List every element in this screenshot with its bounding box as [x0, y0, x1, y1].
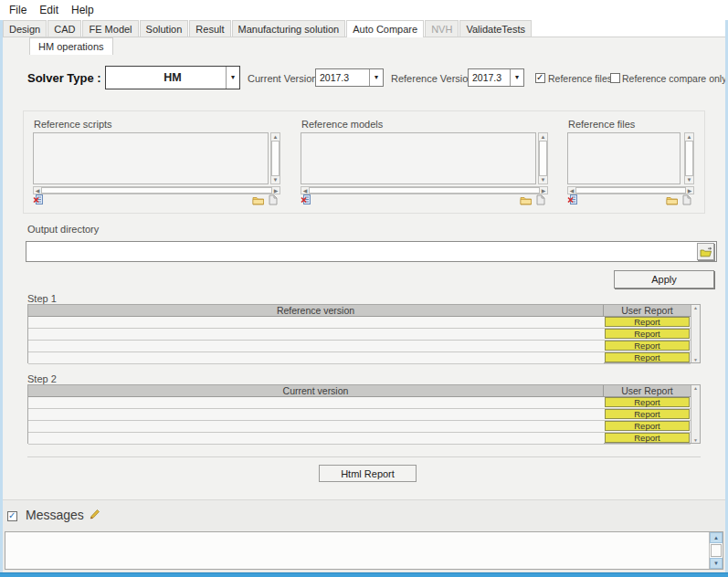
scroll-down-icon[interactable]: ▼	[539, 176, 547, 184]
report-button[interactable]: Report	[605, 317, 690, 327]
scroll-thumb[interactable]	[575, 187, 686, 194]
scroll-up-icon[interactable]: ▲	[691, 305, 700, 310]
tab-nvh[interactable]: NVH	[425, 20, 459, 37]
table-row: Report	[28, 329, 691, 341]
remove-model-icon[interactable]	[301, 194, 311, 205]
step2-report-column-header[interactable]: User Report	[604, 385, 691, 396]
step1-row-cell[interactable]	[28, 341, 604, 352]
remove-file-icon[interactable]	[567, 194, 578, 205]
open-folder-icon[interactable]	[520, 195, 533, 205]
reference-models-vscrollbar[interactable]: ▲ ▼	[538, 132, 548, 184]
step1-table-scrollbar[interactable]: ▲▼	[691, 305, 700, 362]
tab-auto-compare[interactable]: Auto Compare	[346, 20, 424, 37]
step2-row-cell[interactable]	[28, 433, 604, 445]
scroll-thumb[interactable]	[685, 141, 693, 176]
remove-script-icon[interactable]	[33, 194, 44, 205]
menu-file[interactable]: File	[3, 1, 33, 19]
reference-models-hscrollbar[interactable]: ◀ ▶	[301, 186, 548, 194]
scroll-up-icon[interactable]: ▲	[691, 385, 700, 391]
scroll-right-icon[interactable]: ▶	[686, 187, 693, 194]
table-row: Report	[28, 317, 691, 329]
chevron-down-icon[interactable]: ▾	[510, 69, 523, 86]
reference-files-listbox[interactable]	[567, 132, 681, 184]
add-file-icon[interactable]	[269, 194, 278, 205]
add-file-icon[interactable]	[536, 194, 545, 205]
solver-type-dropdown[interactable]: HM ▾	[105, 66, 240, 89]
tab-solution[interactable]: Solution	[140, 20, 189, 37]
output-directory-input[interactable]	[26, 241, 717, 262]
scroll-up-icon[interactable]: ▲	[271, 133, 280, 141]
scroll-down-icon[interactable]: ▼	[691, 437, 700, 443]
scroll-up-icon[interactable]: ▲	[685, 133, 693, 141]
scroll-left-icon[interactable]: ◀	[301, 187, 309, 194]
tab-manufacturing-solution[interactable]: Manufacturing solution	[232, 20, 346, 37]
scroll-down-icon[interactable]: ▼	[271, 176, 280, 184]
scroll-up-icon[interactable]: ▲	[710, 532, 723, 543]
tab-hm-operations[interactable]: HM operations	[29, 37, 113, 55]
chevron-down-icon[interactable]: ▾	[369, 69, 383, 86]
scroll-left-icon[interactable]: ◀	[568, 187, 575, 194]
reference-scripts-hscrollbar[interactable]: ◀ ▶	[33, 186, 280, 194]
scroll-thumb[interactable]	[539, 141, 547, 176]
reference-files-hscrollbar[interactable]: ◀ ▶	[567, 186, 694, 194]
apply-button[interactable]: Apply	[614, 270, 714, 288]
step2-row-cell[interactable]	[28, 397, 604, 409]
step2-table: Current version User Report Report Repor…	[27, 384, 701, 444]
scroll-right-icon[interactable]: ▶	[272, 187, 280, 194]
scroll-thumb[interactable]	[309, 187, 540, 194]
menu-bar: File Edit Help	[0, 0, 728, 20]
tab-design[interactable]: Design	[3, 20, 47, 37]
reference-scripts-listbox[interactable]	[33, 132, 269, 184]
current-version-dropdown[interactable]: 2017.3 ▾	[315, 68, 384, 87]
step2-main-column-header[interactable]: Current version	[28, 385, 604, 396]
report-button[interactable]: Report	[605, 421, 690, 431]
open-folder-icon[interactable]	[666, 195, 679, 205]
tab-result[interactable]: Result	[189, 20, 230, 37]
tab-validatetests[interactable]: ValidateTests	[459, 20, 532, 37]
scroll-down-icon[interactable]: ▼	[710, 558, 723, 569]
step1-row-cell[interactable]	[28, 352, 604, 364]
step1-main-column-header[interactable]: Reference version	[28, 305, 604, 316]
report-button[interactable]: Report	[605, 409, 690, 419]
html-report-button[interactable]: Html Report	[319, 465, 417, 482]
report-button[interactable]: Report	[605, 341, 690, 351]
step2-table-scrollbar[interactable]: ▲▼	[691, 385, 700, 443]
scroll-right-icon[interactable]: ▶	[540, 187, 547, 194]
open-folder-icon[interactable]	[252, 195, 265, 205]
reference-scripts-vscrollbar[interactable]: ▲ ▼	[270, 132, 280, 184]
reference-version-dropdown[interactable]: 2017.3 ▾	[468, 68, 524, 87]
step1-row-cell[interactable]	[28, 329, 604, 341]
messages-scrollbar[interactable]: ▲ ▼	[709, 532, 723, 569]
scroll-left-icon[interactable]: ◀	[34, 187, 41, 194]
report-button[interactable]: Report	[605, 329, 690, 339]
step1-report-column-header[interactable]: User Report	[604, 305, 691, 316]
reference-files-panel-label: Reference files	[568, 119, 635, 130]
add-file-icon[interactable]	[682, 194, 691, 205]
report-button[interactable]: Report	[605, 433, 690, 443]
step2-title: Step 2	[27, 373, 57, 384]
step2-row-cell[interactable]	[28, 409, 604, 421]
scroll-down-icon[interactable]: ▼	[691, 357, 700, 362]
messages-log[interactable]: ▲ ▼	[5, 531, 723, 570]
reference-files-checkbox[interactable]	[535, 73, 545, 83]
scroll-thumb[interactable]	[41, 187, 272, 194]
scroll-thumb[interactable]	[271, 141, 280, 176]
scroll-down-icon[interactable]: ▼	[685, 176, 693, 184]
tab-fe-model[interactable]: FE Model	[82, 20, 138, 37]
reference-models-listbox[interactable]	[301, 132, 536, 184]
step1-row-cell[interactable]	[28, 317, 604, 329]
pencil-icon[interactable]	[88, 508, 100, 520]
report-button[interactable]: Report	[605, 352, 690, 362]
reference-files-vscrollbar[interactable]: ▲ ▼	[684, 132, 694, 184]
menu-edit[interactable]: Edit	[33, 1, 65, 19]
report-button[interactable]: Report	[605, 397, 690, 407]
messages-checkbox[interactable]	[7, 511, 17, 521]
scroll-up-icon[interactable]: ▲	[539, 133, 547, 141]
browse-output-directory-button[interactable]	[697, 243, 714, 260]
chevron-down-icon[interactable]: ▾	[226, 67, 239, 89]
menu-help[interactable]: Help	[65, 1, 100, 19]
tab-cad[interactable]: CAD	[47, 20, 81, 37]
step2-row-cell[interactable]	[28, 421, 604, 433]
scroll-thumb[interactable]	[711, 544, 722, 557]
reference-compare-only-checkbox[interactable]	[610, 73, 620, 83]
